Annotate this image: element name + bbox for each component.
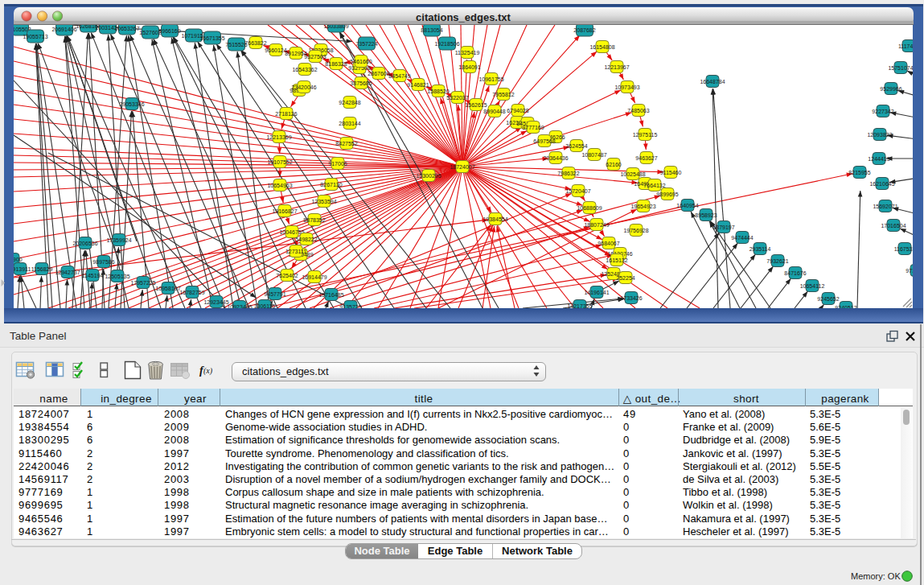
svg-text:6794028: 6794028	[507, 108, 528, 113]
svg-text:1588520: 1588520	[427, 89, 449, 94]
svg-text:7932621: 7932621	[766, 258, 788, 264]
svg-text:9463627: 9463627	[635, 155, 657, 161]
svg-text:12975115: 12975115	[633, 132, 658, 138]
svg-text:9474444: 9474444	[731, 235, 753, 241]
svg-text:1244413: 1244413	[868, 156, 889, 162]
svg-text:8186328: 8186328	[325, 61, 347, 67]
svg-text:2718126: 2718126	[275, 111, 297, 117]
svg-text:8813054: 8813054	[421, 27, 442, 33]
svg-text:12353594: 12353594	[311, 199, 336, 204]
svg-text:9146821: 9146821	[407, 82, 429, 88]
svg-text:7485063: 7485063	[627, 108, 649, 113]
svg-text:10807487: 10807487	[581, 152, 606, 158]
svg-text:9529966: 9529966	[880, 86, 901, 92]
svg-text:8878352: 8878352	[303, 217, 325, 223]
svg-text:23420046: 23420046	[291, 84, 316, 90]
svg-text:3875685: 3875685	[350, 80, 372, 86]
svg-text:citations_edges.txt: citations_edges.txt	[416, 11, 511, 23]
svg-text:6879197: 6879197	[713, 225, 734, 230]
svg-text:10654112: 10654112	[800, 283, 825, 289]
svg-text:9457791: 9457791	[264, 291, 285, 297]
svg-text:1733426: 1733426	[620, 295, 642, 301]
svg-text:2935114: 2935114	[749, 246, 771, 252]
svg-text:2087682: 2087682	[573, 27, 595, 33]
svg-text:252254: 252254	[616, 275, 634, 281]
svg-text:5322037: 5322037	[446, 95, 468, 101]
svg-text:7664132: 7664132	[643, 183, 665, 188]
svg-text:17957225: 17957225	[130, 280, 155, 286]
svg-text:15300295: 15300295	[416, 173, 441, 179]
svg-text:16210645: 16210645	[869, 181, 894, 187]
svg-text:7357224: 7357224	[355, 41, 377, 47]
svg-text:15716485: 15716485	[318, 292, 343, 298]
svg-text:7986322: 7986322	[557, 171, 579, 176]
svg-text:8427552: 8427552	[335, 141, 357, 146]
svg-text:7663822: 7663822	[244, 40, 266, 46]
svg-text:1306115: 1306115	[254, 303, 276, 309]
svg-text:19384554: 19384554	[483, 216, 507, 222]
svg-text:16914479: 16914479	[302, 274, 326, 280]
svg-text:9115460: 9115460	[660, 170, 682, 175]
svg-text:19654923: 19654923	[630, 204, 655, 209]
svg-text:16154808: 16154808	[589, 44, 614, 50]
svg-text:10025488: 10025488	[620, 171, 645, 177]
svg-text:20364436: 20364436	[543, 155, 568, 161]
svg-text:11325419: 11325419	[455, 50, 480, 56]
svg-text:8958923: 8958923	[695, 212, 717, 218]
svg-text:8471676: 8471676	[784, 270, 806, 276]
svg-text:(x): (x)	[203, 366, 213, 376]
svg-text:9777169: 9777169	[522, 125, 544, 130]
svg-text:7955812: 7955812	[492, 92, 514, 97]
svg-text:8215955: 8215955	[848, 170, 870, 175]
svg-text:12923445: 12923445	[203, 299, 228, 305]
svg-text:9327503: 9327503	[304, 54, 326, 60]
svg-text:9897586: 9897586	[92, 259, 114, 265]
svg-text:19055713: 19055713	[23, 34, 47, 39]
svg-text:12213369: 12213369	[266, 134, 291, 140]
svg-text:3624554: 3624554	[565, 143, 587, 149]
svg-text:15751074: 15751074	[888, 65, 913, 71]
svg-text:18724007: 18724007	[450, 164, 474, 170]
svg-text:12093822: 12093822	[867, 132, 892, 138]
svg-text:1273111: 1273111	[285, 249, 306, 254]
svg-text:16648784: 16648784	[700, 79, 725, 84]
svg-text:8990448: 8990448	[483, 109, 505, 114]
svg-text:2867608: 2867608	[368, 71, 389, 76]
svg-text:1145194: 1145194	[82, 273, 104, 278]
svg-text:917006: 917006	[328, 161, 347, 167]
svg-text:7625402: 7625402	[276, 273, 298, 278]
svg-text:29053346: 29053346	[119, 101, 144, 107]
svg-text:2803144: 2803144	[339, 121, 360, 126]
svg-text:19756928: 19756928	[623, 228, 648, 233]
svg-text:10973493: 10973493	[614, 84, 639, 90]
svg-text:1864091: 1864091	[458, 64, 480, 70]
svg-text:14196141: 14196141	[584, 290, 609, 295]
svg-text:17359924: 17359924	[106, 237, 131, 243]
svg-text:10958107: 10958107	[155, 286, 180, 291]
svg-text:12942737: 12942737	[55, 270, 80, 275]
svg-text:16543362: 16543362	[292, 67, 317, 72]
svg-text:10107552: 10107552	[267, 159, 292, 165]
svg-text:5461660: 5461660	[350, 59, 372, 64]
svg-text:1640954: 1640954	[676, 203, 698, 208]
svg-text:9245652: 9245652	[817, 296, 839, 302]
svg-text:1156829: 1156829	[31, 266, 53, 272]
svg-text:19218506: 19218506	[434, 41, 459, 47]
svg-text:8267130: 8267130	[320, 182, 342, 187]
svg-text:15692071: 15692071	[873, 204, 897, 209]
svg-text:5498222: 5498222	[295, 237, 317, 242]
svg-text:1167533: 1167533	[894, 246, 916, 252]
svg-text:9242848: 9242848	[339, 100, 360, 105]
svg-text:15720407: 15720407	[565, 188, 590, 194]
svg-text:9899695: 9899695	[656, 192, 678, 197]
svg-text:10961755: 10961755	[478, 76, 503, 82]
svg-text:1562615: 1562615	[465, 102, 487, 108]
svg-text:9660124: 9660124	[265, 47, 286, 53]
svg-text:8454749: 8454749	[388, 73, 410, 79]
svg-text:20691406: 20691406	[51, 27, 76, 32]
svg-text:1615132: 1615132	[606, 257, 627, 263]
svg-text:9227342: 9227342	[872, 109, 893, 114]
svg-text:12213967: 12213967	[604, 64, 629, 70]
svg-text:18807249: 18807249	[584, 222, 609, 228]
svg-text:14217355: 14217355	[567, 303, 592, 309]
